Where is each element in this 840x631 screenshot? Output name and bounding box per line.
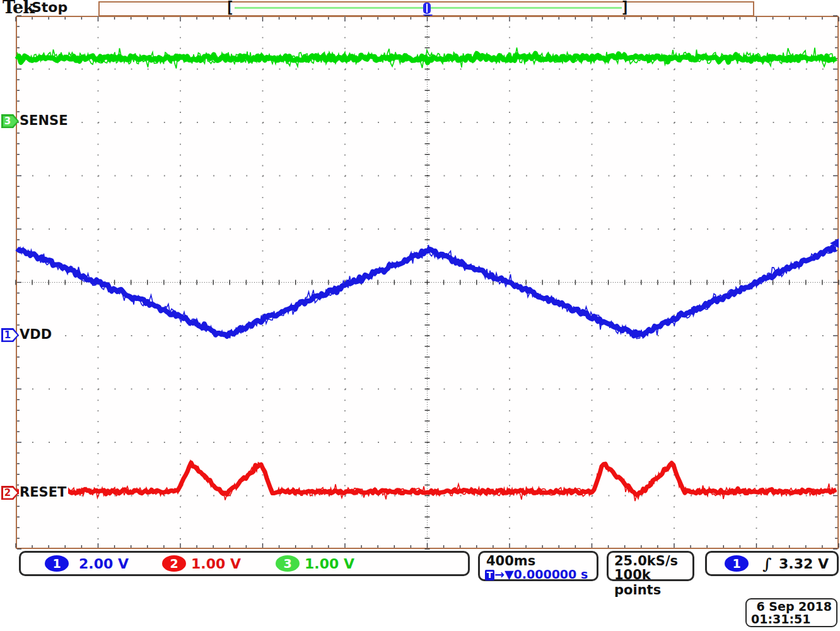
horizontal-readout: 400ms T→▼0.000000 s xyxy=(478,551,598,581)
trigger-slope-icon: ∫ xyxy=(762,555,771,573)
ch1-badge: 1 xyxy=(45,555,69,572)
ch2-scale: 1.00 V xyxy=(191,556,241,572)
trigger-position-value: 0.000000 s xyxy=(514,567,588,581)
ch3-label: SENSE xyxy=(19,113,70,128)
ch3-scale: 1.00 V xyxy=(305,556,354,572)
waveform-display xyxy=(0,0,840,631)
t-icon: T xyxy=(485,570,494,581)
date-value: 6 Sep 2018 xyxy=(756,599,832,613)
ch3-badge: 3 xyxy=(276,555,300,572)
ch3-ground-marker: 3 xyxy=(1,114,19,128)
trigger-position-readout: T→▼0.000000 s xyxy=(485,567,588,581)
record-length: 100k points xyxy=(614,567,692,598)
trigger-level-value: 3.32 V xyxy=(779,556,829,572)
time-value: 01:31:51 xyxy=(751,612,811,626)
acquisition-readout: 25.0kS/s 100k points xyxy=(607,551,694,581)
ch1-label: VDD xyxy=(19,327,54,342)
channel-scales-readout: 1 2.00 V 2 1.00 V 3 1.00 V xyxy=(19,551,470,576)
trace-reset xyxy=(17,463,836,495)
ch1-ground-marker: 1 xyxy=(1,328,19,342)
ch2-label: RESET xyxy=(19,485,68,500)
timebase-value: 400ms xyxy=(486,553,535,569)
trigger-source-badge: 1 xyxy=(725,555,749,572)
cursor-icon: ▼ xyxy=(505,567,514,581)
ch1-scale: 2.00 V xyxy=(79,556,129,572)
sample-rate: 25.0kS/s xyxy=(614,553,678,569)
datetime-box: 6 Sep 2018 01:31:51 xyxy=(745,598,837,627)
trace-vdd xyxy=(17,247,836,336)
arrow-icon: → xyxy=(494,567,505,581)
ch2-ground-marker: 2 xyxy=(1,486,19,500)
ch2-badge: 2 xyxy=(162,555,186,572)
trace-reset-noise xyxy=(17,461,837,501)
trigger-readout: 1 ∫ 3.32 V xyxy=(705,551,839,576)
